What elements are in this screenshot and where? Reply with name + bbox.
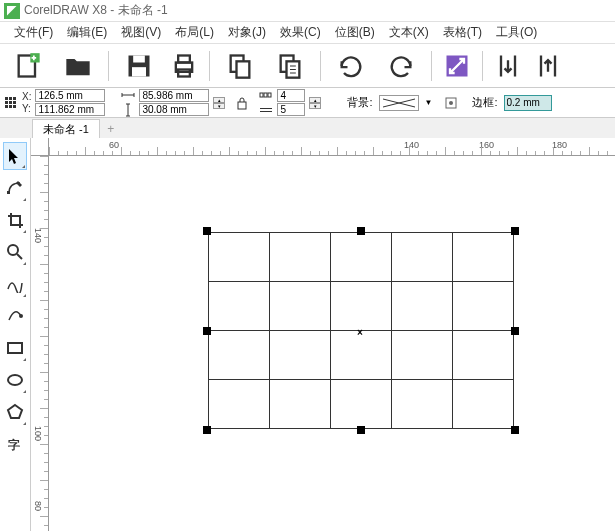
svg-rect-36 (8, 343, 22, 353)
resize-handle-mr[interactable] (511, 327, 519, 335)
menu-layout[interactable]: 布局(L) (169, 22, 220, 43)
svg-rect-14 (9, 97, 12, 100)
svg-rect-15 (13, 97, 16, 100)
toolbox: 字 (0, 138, 31, 531)
toolbar-separator (108, 51, 109, 81)
menu-text[interactable]: 文本(X) (383, 22, 435, 43)
y-input[interactable] (35, 103, 105, 116)
paste-button[interactable] (266, 48, 314, 84)
svg-rect-32 (7, 191, 10, 194)
height-input[interactable] (139, 103, 209, 116)
svg-rect-22 (238, 102, 246, 109)
freehand-tool[interactable] (3, 270, 27, 298)
menu-bitmap[interactable]: 位图(B) (329, 22, 381, 43)
open-button[interactable] (54, 48, 102, 84)
vertical-ruler[interactable]: 14010080 (31, 156, 49, 531)
export-button[interactable] (529, 48, 567, 84)
ruler-origin[interactable] (31, 138, 49, 156)
document-tab[interactable]: 未命名 -1 (32, 119, 100, 138)
bg-caret-icon[interactable]: ▼ (425, 98, 433, 107)
bg-label: 背景: (347, 95, 372, 110)
svg-rect-18 (13, 101, 16, 104)
rectangle-tool[interactable] (3, 334, 27, 362)
menu-file[interactable]: 文件(F) (8, 22, 59, 43)
y-label: Y: (22, 103, 31, 114)
svg-rect-6 (178, 55, 190, 62)
svg-point-35 (19, 314, 23, 318)
resize-handle-bm[interactable] (357, 426, 365, 434)
resize-handle-ml[interactable] (203, 327, 211, 335)
cols-input[interactable] (277, 89, 305, 102)
menu-edit[interactable]: 编辑(E) (61, 22, 113, 43)
import-button[interactable] (489, 48, 527, 84)
menu-effect[interactable]: 效果(C) (274, 22, 327, 43)
outline-input[interactable] (504, 95, 552, 111)
svg-rect-25 (268, 93, 271, 97)
svg-rect-21 (13, 105, 16, 108)
resize-handle-tr[interactable] (511, 227, 519, 235)
svg-rect-9 (237, 61, 250, 77)
resize-handle-tl[interactable] (203, 227, 211, 235)
width-input[interactable] (139, 89, 209, 102)
save-button[interactable] (115, 48, 163, 84)
position-icon (4, 96, 18, 110)
horizontal-ruler[interactable]: 60140160180 (49, 138, 615, 156)
rc-spinners[interactable]: ▴ ▾ (309, 97, 321, 109)
svg-rect-16 (5, 101, 8, 104)
text-tool[interactable]: 字 (3, 430, 27, 458)
center-marker-icon[interactable]: × (357, 327, 363, 338)
search-button[interactable] (438, 48, 476, 84)
menu-view[interactable]: 视图(V) (115, 22, 167, 43)
xy-labels: X: Y: (22, 91, 31, 114)
pick-tool[interactable] (3, 142, 27, 170)
svg-rect-17 (9, 101, 12, 104)
selected-grid-object[interactable]: × (208, 232, 514, 429)
add-tab-button[interactable]: + (102, 122, 120, 138)
new-button[interactable] (4, 48, 52, 84)
size-spinners[interactable]: ▴ ▾ (213, 97, 225, 109)
undo-button[interactable] (327, 48, 375, 84)
property-bar: X: Y: ▴ ▾ ▴ ▾ 背景: ▼ 边框: (0, 88, 615, 118)
shape-tool[interactable] (3, 174, 27, 202)
cols-icon (259, 88, 273, 102)
svg-point-33 (8, 245, 18, 255)
crop-tool[interactable] (3, 206, 27, 234)
height-icon (121, 103, 135, 117)
menu-table[interactable]: 表格(T) (437, 22, 488, 43)
spin-down[interactable]: ▾ (213, 103, 225, 109)
canvas-area: 60140160180 14010080 × (31, 138, 615, 531)
rows-icon (259, 103, 273, 117)
title-bar: CorelDRAW X8 - 未命名 -1 (0, 0, 615, 22)
window-title: CorelDRAW X8 - 未命名 -1 (24, 2, 168, 19)
bg-dropdown[interactable] (379, 95, 419, 111)
toolbar-separator (320, 51, 321, 81)
print-button[interactable] (165, 48, 203, 84)
artistic-media-tool[interactable] (3, 302, 27, 330)
outline-label: 边框: (472, 95, 497, 110)
toolbar-separator (209, 51, 210, 81)
rows-input[interactable] (277, 103, 305, 116)
resize-handle-br[interactable] (511, 426, 519, 434)
drawing-canvas[interactable]: × (49, 156, 615, 531)
edit-fill-icon[interactable] (444, 96, 458, 110)
menu-object[interactable]: 对象(J) (222, 22, 272, 43)
zoom-tool[interactable] (3, 238, 27, 266)
resize-handle-tm[interactable] (357, 227, 365, 235)
svg-rect-27 (260, 111, 272, 112)
polygon-tool[interactable] (3, 398, 27, 426)
copy-button[interactable] (216, 48, 264, 84)
resize-handle-bl[interactable] (203, 426, 211, 434)
svg-rect-19 (5, 105, 8, 108)
x-input[interactable] (35, 89, 105, 102)
ellipse-tool[interactable] (3, 366, 27, 394)
rc-icons (259, 88, 273, 117)
document-tab-row: 未命名 -1 + (0, 118, 615, 138)
toolbar-separator (431, 51, 432, 81)
redo-button[interactable] (377, 48, 425, 84)
spin-down[interactable]: ▾ (309, 103, 321, 109)
lock-ratio-icon[interactable] (235, 96, 249, 110)
svg-rect-3 (133, 55, 145, 62)
svg-point-31 (449, 101, 453, 105)
menu-tools[interactable]: 工具(O) (490, 22, 543, 43)
main-toolbar (0, 44, 615, 88)
